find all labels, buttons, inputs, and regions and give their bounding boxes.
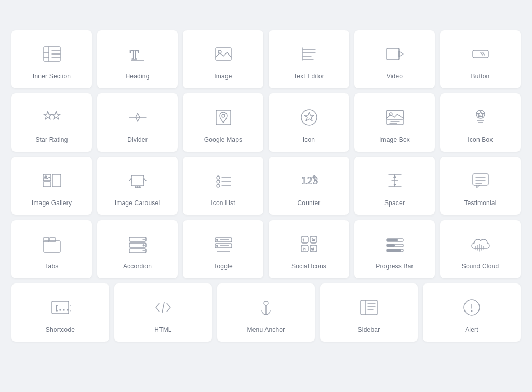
element-image-box[interactable]: Image Box: [354, 93, 435, 152]
element-tabs[interactable]: Tabs: [11, 220, 92, 278]
element-menu-anchor[interactable]: Menu Anchor: [217, 283, 315, 342]
element-icon[interactable]: Icon: [269, 93, 349, 152]
progress-bar-icon: [382, 232, 407, 256]
element-inner-section[interactable]: Inner Section: [11, 30, 92, 88]
element-label-text-editor: Text Editor: [294, 73, 324, 80]
element-spacer[interactable]: Spacer: [354, 157, 435, 215]
sound-cloud-icon: [468, 232, 493, 256]
element-label-icon: Icon: [303, 136, 315, 143]
element-image[interactable]: Image: [183, 30, 263, 88]
image-icon: [211, 42, 236, 66]
element-label-image-carousel: Image Carousel: [115, 199, 161, 207]
element-toggle[interactable]: Toggle: [183, 220, 263, 278]
element-sidebar[interactable]: Sidebar: [320, 283, 418, 342]
element-label-image-box: Image Box: [379, 136, 410, 143]
star-rating-icon: [39, 105, 64, 130]
element-label-icon-list: Icon List: [211, 199, 235, 207]
element-icon-list[interactable]: Icon List: [183, 157, 263, 215]
svg-rect-18: [473, 50, 488, 58]
video-icon: [382, 42, 407, 66]
svg-marker-60: [393, 175, 396, 178]
svg-rect-62: [473, 174, 488, 185]
svg-point-50: [217, 184, 220, 187]
element-divider[interactable]: Divider: [97, 93, 178, 152]
svg-line-19: [481, 52, 483, 55]
element-text-editor[interactable]: Text Editor: [269, 30, 349, 88]
svg-point-79: [216, 245, 218, 247]
element-video[interactable]: Video: [354, 30, 435, 88]
element-star-rating[interactable]: Star Rating: [11, 93, 92, 152]
svg-marker-61: [393, 184, 396, 186]
svg-line-104: [162, 302, 164, 313]
element-heading[interactable]: THeading: [97, 30, 178, 88]
element-accordion[interactable]: Accordion: [97, 220, 178, 278]
svg-line-20: [483, 52, 485, 55]
icon-box-icon: [468, 105, 493, 130]
svg-point-46: [217, 176, 220, 179]
svg-rect-83: [301, 236, 308, 243]
image-carousel-icon: [125, 168, 150, 193]
toggle-icon: [211, 232, 236, 256]
svg-rect-96: [387, 249, 401, 252]
element-image-carousel[interactable]: Image Carousel: [97, 157, 178, 215]
svg-rect-92: [387, 239, 398, 241]
social-icons-icon: ftwinyt: [297, 232, 322, 256]
svg-rect-68: [50, 238, 55, 242]
element-counter[interactable]: 123Counter: [269, 157, 349, 215]
element-google-maps[interactable]: Google Maps: [183, 93, 263, 152]
elements-grid: Inner SectionTHeadingImageText EditorVid…: [11, 30, 521, 278]
element-label-image-gallery: Image Gallery: [32, 199, 72, 207]
menu-anchor-icon: [254, 295, 278, 320]
heading-icon: T: [125, 42, 150, 66]
svg-rect-29: [387, 110, 403, 125]
svg-rect-42: [131, 175, 144, 186]
element-label-menu-anchor: Menu Anchor: [247, 326, 285, 333]
element-label-button: Button: [471, 73, 490, 80]
element-icon-box[interactable]: Icon Box: [440, 93, 521, 152]
svg-marker-22: [52, 111, 60, 119]
sidebar-icon: [356, 295, 381, 320]
svg-point-48: [217, 180, 220, 183]
svg-point-78: [216, 239, 218, 241]
svg-text:[...]: [...]: [55, 305, 71, 312]
element-label-alert: Alert: [465, 326, 478, 333]
element-html[interactable]: HTML: [114, 283, 212, 342]
element-label-counter: Counter: [297, 199, 320, 207]
accordion-icon: [125, 232, 150, 256]
element-alert[interactable]: Alert: [423, 283, 521, 342]
element-shortcode[interactable]: [...]Shortcode: [11, 283, 109, 342]
element-label-inner-section: Inner Section: [33, 73, 71, 80]
svg-rect-39: [43, 182, 51, 187]
testimonial-icon: [468, 168, 493, 193]
image-box-icon: [382, 105, 407, 130]
element-label-spacer: Spacer: [384, 199, 405, 207]
element-label-shortcode: Shortcode: [46, 326, 75, 333]
svg-rect-16: [387, 48, 399, 60]
svg-point-44: [137, 186, 139, 188]
element-testimonial[interactable]: Testimonial: [440, 157, 521, 215]
element-image-gallery[interactable]: Image Gallery: [11, 157, 92, 215]
element-label-heading: Heading: [125, 73, 149, 80]
svg-rect-40: [52, 174, 61, 187]
inner-section-icon: [39, 42, 64, 66]
svg-point-114: [471, 310, 473, 312]
html-icon: [151, 295, 176, 320]
element-label-sidebar: Sidebar: [358, 326, 380, 333]
element-progress-bar[interactable]: Progress Bar: [354, 220, 435, 278]
svg-point-105: [264, 301, 268, 305]
svg-marker-35: [477, 111, 484, 117]
element-button[interactable]: Button: [440, 30, 521, 88]
element-social-icons[interactable]: ftwinytSocial Icons: [269, 220, 349, 278]
tabs-icon: [39, 232, 64, 256]
svg-marker-21: [44, 111, 52, 119]
element-label-google-maps: Google Maps: [204, 136, 243, 143]
svg-marker-28: [304, 112, 314, 121]
svg-text:yt: yt: [311, 247, 314, 251]
icon-icon: [297, 105, 322, 130]
elements-grid-last-row: [...]ShortcodeHTMLMenu AnchorSidebarAler…: [11, 283, 521, 342]
element-label-star-rating: Star Rating: [35, 136, 68, 143]
svg-rect-94: [387, 244, 395, 247]
svg-text:T: T: [130, 47, 139, 62]
svg-point-43: [135, 186, 137, 188]
element-sound-cloud[interactable]: Sound Cloud: [440, 220, 521, 278]
